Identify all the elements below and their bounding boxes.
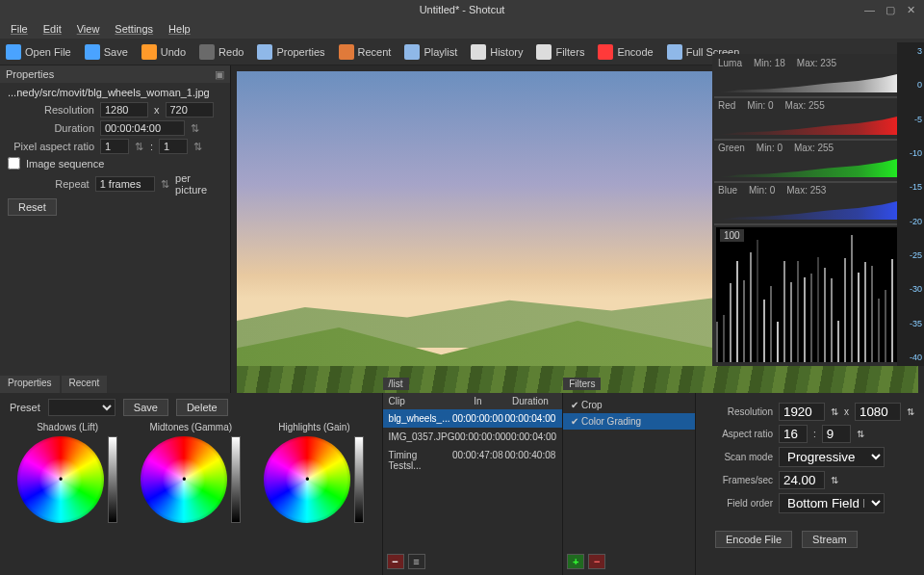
wheel-label: Shadows (Lift) bbox=[10, 422, 125, 432]
color-grading-panel: Preset Save Delete Shadows (Lift)Midtone… bbox=[0, 393, 382, 575]
scope-name: Blue bbox=[718, 185, 737, 196]
playlist-icon bbox=[404, 44, 420, 60]
stream-button[interactable]: Stream bbox=[802, 531, 857, 548]
resolution-width-input[interactable] bbox=[100, 102, 148, 118]
spinner-icon[interactable]: ⇅ bbox=[191, 122, 200, 135]
column-duration[interactable]: Duration bbox=[504, 396, 557, 406]
file-path: ...nedy/src/movit/blg_wheels_woman_1.jpg bbox=[8, 87, 222, 98]
export-width-input[interactable] bbox=[779, 403, 825, 421]
close-icon[interactable]: ✕ bbox=[907, 4, 918, 15]
menu-view[interactable]: View bbox=[70, 21, 107, 37]
scope-min: Min: 0 bbox=[749, 185, 775, 196]
preset-label: Preset bbox=[10, 402, 40, 413]
menu-edit[interactable]: Edit bbox=[37, 21, 68, 37]
toolbar-encode[interactable]: Encode bbox=[598, 44, 653, 60]
filters-panel: Filters ✔ Crop✔ Color Grading + − bbox=[562, 393, 695, 575]
window-title: Untitled* - Shotcut bbox=[420, 4, 505, 15]
column-clip[interactable]: Clip bbox=[389, 396, 451, 406]
spinner-icon[interactable]: ⇅ bbox=[857, 429, 864, 439]
preset-delete-button[interactable]: Delete bbox=[176, 399, 228, 416]
menu-file[interactable]: File bbox=[4, 21, 35, 37]
remove-filter-button[interactable]: − bbox=[588, 554, 605, 569]
scan-mode-select[interactable]: Progressive bbox=[779, 447, 885, 467]
properties-icon bbox=[257, 44, 272, 60]
scope-name: Green bbox=[718, 143, 745, 153]
toolbar-undo[interactable]: Undo bbox=[141, 44, 186, 60]
fps-input[interactable] bbox=[779, 471, 825, 489]
filters-title: Filters bbox=[563, 378, 601, 390]
histogram bbox=[718, 112, 918, 135]
brightness-slider[interactable] bbox=[354, 436, 364, 523]
scan-mode-label: Scan mode bbox=[706, 452, 773, 462]
panel-close-icon[interactable]: ▣ bbox=[215, 68, 224, 81]
filters-icon bbox=[536, 44, 552, 60]
color-wheel[interactable] bbox=[264, 436, 350, 523]
reset-button[interactable]: Reset bbox=[8, 198, 57, 216]
scope-name: Luma bbox=[718, 58, 742, 68]
duration-input[interactable] bbox=[100, 120, 185, 136]
toolbar-label: Undo bbox=[161, 46, 186, 58]
toolbar-label: Filters bbox=[555, 46, 584, 58]
export-height-input[interactable] bbox=[855, 403, 901, 421]
menubar: FileEditViewSettingsHelp bbox=[0, 19, 924, 39]
encode-file-button[interactable]: Encode File bbox=[715, 531, 792, 548]
spinner-icon[interactable]: ⇅ bbox=[831, 406, 838, 417]
undo-icon bbox=[141, 44, 157, 60]
list-mode-button[interactable]: ≡ bbox=[408, 554, 425, 569]
par-b-input[interactable] bbox=[159, 139, 188, 154]
toolbar-save[interactable]: Save bbox=[85, 44, 128, 60]
spinner-icon[interactable]: ⇅ bbox=[831, 475, 838, 485]
tab-properties[interactable]: Properties bbox=[0, 376, 60, 393]
preset-select[interactable] bbox=[48, 399, 116, 416]
spinner-icon[interactable]: ⇅ bbox=[907, 406, 914, 417]
image-sequence-checkbox[interactable] bbox=[8, 157, 20, 170]
remove-clip-button[interactable]: − bbox=[387, 554, 404, 569]
spinner-icon[interactable]: ⇅ bbox=[135, 141, 144, 153]
toolbar-label: Open File bbox=[25, 46, 71, 58]
toolbar-playlist[interactable]: Playlist bbox=[404, 44, 457, 60]
menu-help[interactable]: Help bbox=[162, 21, 197, 37]
par-a-input[interactable] bbox=[100, 139, 129, 154]
add-filter-button[interactable]: + bbox=[567, 554, 584, 569]
toolbar-open-file[interactable]: Open File bbox=[6, 44, 71, 60]
aspect-a-input[interactable] bbox=[779, 425, 808, 443]
scope-max: Max: 235 bbox=[797, 58, 836, 68]
scope-blue: BlueMin: 0Max: 253 bbox=[714, 183, 922, 225]
field-order-label: Field order bbox=[706, 498, 773, 509]
scope-luma: LumaMin: 18Max: 235 bbox=[714, 56, 922, 98]
clip-row[interactable]: IMG_0357.JPG00:00:00:0000:00:04:00 bbox=[383, 428, 563, 446]
aspect-b-input[interactable] bbox=[822, 425, 851, 443]
brightness-slider[interactable] bbox=[231, 436, 241, 523]
filter-item-crop[interactable]: ✔ Crop bbox=[563, 397, 695, 413]
export-panel: Resolution ⇅ x ⇅ Aspect ratio : ⇅ Scan m… bbox=[695, 393, 924, 575]
toolbar-redo[interactable]: Redo bbox=[199, 44, 244, 60]
tab-recent[interactable]: Recent bbox=[62, 376, 108, 393]
clip-row[interactable]: blg_wheels_...00:00:00:0000:00:04:00 bbox=[383, 409, 563, 428]
resolution-height-input[interactable] bbox=[166, 102, 214, 118]
clip-row[interactable]: Timing Testsl...00:00:47:0800:00:40:08 bbox=[383, 446, 563, 475]
spinner-icon[interactable]: ⇅ bbox=[193, 141, 203, 153]
repeat-input[interactable] bbox=[95, 176, 155, 192]
save-icon bbox=[85, 44, 100, 60]
toolbar-filters[interactable]: Filters bbox=[536, 44, 584, 60]
titlebar: Untitled* - Shotcut — ▢ ✕ bbox=[0, 0, 924, 19]
preset-save-button[interactable]: Save bbox=[123, 399, 168, 416]
x-label: x bbox=[154, 104, 160, 116]
toolbar-properties[interactable]: Properties bbox=[257, 44, 324, 60]
column-in[interactable]: In bbox=[451, 396, 504, 406]
menu-settings[interactable]: Settings bbox=[108, 21, 160, 37]
image-sequence-label: Image sequence bbox=[26, 158, 104, 170]
color-wheel[interactable] bbox=[141, 436, 227, 523]
field-order-select[interactable]: Bottom Field First bbox=[779, 493, 885, 513]
playlist-title: /list bbox=[383, 378, 409, 390]
toolbar-history[interactable]: History bbox=[471, 44, 523, 60]
brightness-slider[interactable] bbox=[108, 436, 117, 523]
filter-item-color-grading[interactable]: ✔ Color Grading bbox=[563, 413, 695, 430]
color-wheel[interactable] bbox=[17, 436, 104, 523]
maximize-icon[interactable]: ▢ bbox=[886, 4, 897, 15]
wheel-highlights: Highlights (Gain) bbox=[256, 422, 372, 523]
toolbar-recent[interactable]: Recent bbox=[339, 44, 392, 60]
open-icon bbox=[6, 44, 21, 60]
minimize-icon[interactable]: — bbox=[864, 4, 876, 15]
spinner-icon[interactable]: ⇅ bbox=[161, 178, 169, 191]
